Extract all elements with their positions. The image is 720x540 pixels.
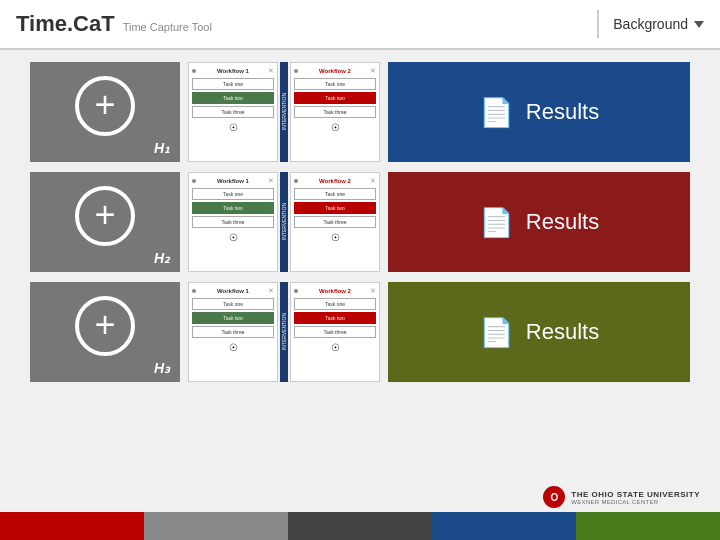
footer-seg-green (576, 512, 720, 540)
wf1-task3-row: Task three (192, 106, 274, 118)
wf-connector-h2: INTERVENTION (280, 172, 288, 272)
workflow1-thumb-h3[interactable]: Workflow 1 ✕ Task one Task two Task thre… (188, 282, 278, 382)
wf1-h3-person: ☉ (192, 342, 274, 353)
wf2-task2-row: Task two (294, 92, 376, 104)
plus-icon-h3: + (94, 307, 115, 343)
results-h1[interactable]: 📄 Results (388, 62, 690, 162)
wf2-h3-header: Workflow 2 ✕ (294, 287, 376, 295)
results-doc-icon-h3: 📄 (479, 316, 514, 349)
wf1-dot (192, 69, 196, 73)
wf2-title: Workflow 2 (319, 68, 351, 74)
workflow1-thumb-h1[interactable]: Workflow 1 ✕ Task one Task two Task thre… (188, 62, 278, 162)
background-label: Background (613, 16, 688, 32)
wf2-h3-task3: Task three (294, 326, 376, 338)
plus-icon-h2: + (94, 197, 115, 233)
wf1-h2-dot (192, 179, 196, 183)
wf1-h2-task3-row: Task three (192, 216, 274, 228)
wf1-h2-person: ☉ (192, 232, 274, 243)
results-h2[interactable]: 📄 Results (388, 172, 690, 272)
add-circle-h1: + (75, 76, 135, 136)
wf1-h3-title: Workflow 1 (217, 288, 249, 294)
wf1-header: Workflow 1 ✕ (192, 67, 274, 75)
wf1-title: Workflow 1 (217, 68, 249, 74)
wf2-h2-task3: Task three (294, 216, 376, 228)
row-label-h3: H₃ (154, 360, 170, 376)
results-label-h2: Results (526, 209, 599, 235)
add-circle-h3: + (75, 296, 135, 356)
wf2-h3-close: ✕ (370, 287, 376, 295)
wf1-h2-task2-row: Task two (192, 202, 274, 214)
wf2-close: ✕ (370, 67, 376, 75)
wf2-task2: Task two (294, 92, 376, 104)
wf1-task1-row: Task one (192, 78, 274, 90)
wf2-h3-dot (294, 289, 298, 293)
wf1-person: ☉ (192, 122, 274, 133)
connector-label-h3: INTERVENTION (281, 313, 287, 350)
wf2-header: Workflow 2 ✕ (294, 67, 376, 75)
wf2-h3-task1: Task one (294, 298, 376, 310)
add-h1-button[interactable]: + H₁ (30, 62, 180, 162)
app-header: Time.CaT Time Capture Tool Background (0, 0, 720, 50)
wf2-h2-person: ☉ (294, 232, 376, 243)
wf1-h3-task3: Task three (192, 326, 274, 338)
logo-subtitle: Time Capture Tool (123, 21, 212, 33)
results-label-h3: Results (526, 319, 599, 345)
wf-connector-h1: INTERVENTION (280, 62, 288, 162)
results-doc-icon-h2: 📄 (479, 206, 514, 239)
wf1-h2-task1: Task one (192, 188, 274, 200)
workflow-pair-h1: Workflow 1 ✕ Task one Task two Task thre… (188, 62, 380, 162)
wf1-task2-row: Task two (192, 92, 274, 104)
footer-seg-gray (144, 512, 288, 540)
wf2-h2-task2-row: Task two (294, 202, 376, 214)
row-h3: + H₃ Workflow 1 ✕ Task one Task two Task… (30, 282, 690, 382)
results-h3[interactable]: 📄 Results (388, 282, 690, 382)
wf2-h2-title: Workflow 2 (319, 178, 351, 184)
osu-sub: Wexner Medical Center (571, 499, 700, 505)
workflow2-thumb-h3[interactable]: Workflow 2 ✕ Task one Task two Task thre… (290, 282, 380, 382)
wf2-h3-task2-row: Task two (294, 312, 376, 324)
wf1-h3-task3-row: Task three (192, 326, 274, 338)
wf1-task1: Task one (192, 78, 274, 90)
footer-bar (0, 512, 720, 540)
header-right: Background (597, 10, 704, 38)
main-content: + H₁ Workflow 1 ✕ Task one Task two Ta (0, 50, 720, 512)
add-h3-button[interactable]: + H₃ (30, 282, 180, 382)
footer-seg-dark (288, 512, 432, 540)
wf1-task2: Task two (192, 92, 274, 104)
wf2-h3-task2: Task two (294, 312, 376, 324)
workflow-pair-h2: Workflow 1 ✕ Task one Task two Task thre… (188, 172, 380, 272)
app-logo: Time.CaT (16, 11, 115, 37)
wf1-h3-task1: Task one (192, 298, 274, 310)
workflow2-thumb-h1[interactable]: Workflow 2 ✕ Task one Task two Task thre… (290, 62, 380, 162)
footer-color-bar (0, 512, 720, 540)
wf2-h2-close: ✕ (370, 177, 376, 185)
wf2-h2-header: Workflow 2 ✕ (294, 177, 376, 185)
row-h1: + H₁ Workflow 1 ✕ Task one Task two Ta (30, 62, 690, 162)
connector-label-h1: INTERVENTION (281, 93, 287, 130)
row-label-h2: H₂ (154, 250, 170, 266)
wf2-h2-task2: Task two (294, 202, 376, 214)
workflow-pair-h3: Workflow 1 ✕ Task one Task two Task thre… (188, 282, 380, 382)
add-h2-button[interactable]: + H₂ (30, 172, 180, 272)
wf2-h2-task1-row: Task one (294, 188, 376, 200)
wf1-h3-task1-row: Task one (192, 298, 274, 310)
wf1-h2-task1-row: Task one (192, 188, 274, 200)
wf1-h3-close: ✕ (268, 287, 274, 295)
wf1-h3-dot (192, 289, 196, 293)
wf-connector-h3: INTERVENTION (280, 282, 288, 382)
wf2-task1: Task one (294, 78, 376, 90)
wf1-h3-header: Workflow 1 ✕ (192, 287, 274, 295)
footer-seg-blue (432, 512, 576, 540)
osu-text-block: The Ohio State University Wexner Medical… (571, 490, 700, 505)
wf2-task3-row: Task three (294, 106, 376, 118)
wf2-task3: Task three (294, 106, 376, 118)
wf1-h2-title: Workflow 1 (217, 178, 249, 184)
workflow1-thumb-h2[interactable]: Workflow 1 ✕ Task one Task two Task thre… (188, 172, 278, 272)
wf1-task3: Task three (192, 106, 274, 118)
footer-seg-red (0, 512, 144, 540)
plus-icon-h1: + (94, 87, 115, 123)
wf1-h2-close: ✕ (268, 177, 274, 185)
wf1-h2-header: Workflow 1 ✕ (192, 177, 274, 185)
background-dropdown-arrow[interactable] (694, 21, 704, 28)
workflow2-thumb-h2[interactable]: Workflow 2 ✕ Task one Task two Task thre… (290, 172, 380, 272)
